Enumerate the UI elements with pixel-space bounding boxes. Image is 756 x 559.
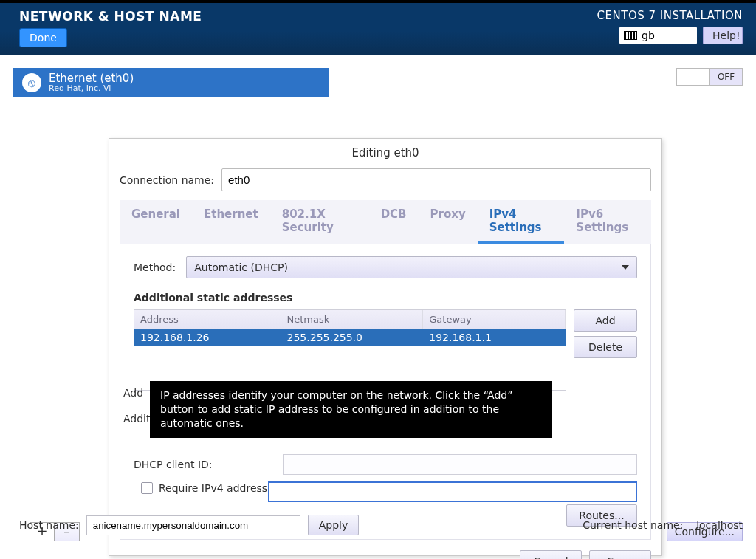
page-title: NETWORK & HOST NAME — [19, 9, 202, 24]
tab-dcb[interactable]: DCB — [369, 200, 419, 244]
keyboard-layout-button[interactable]: gb — [619, 27, 697, 44]
method-value: Automatic (DHCP) — [194, 261, 288, 273]
dns-label-truncated: Add — [123, 387, 143, 399]
keyboard-icon — [624, 31, 637, 40]
col-gateway: Gateway — [423, 310, 566, 329]
done-button[interactable]: Done — [19, 28, 67, 47]
tab-8021x[interactable]: 802.1X Security — [270, 200, 369, 244]
connection-name-label: Connection name: — [120, 174, 214, 186]
tab-ethernet[interactable]: Ethernet — [192, 200, 270, 244]
tab-ipv6[interactable]: IPv6 Settings — [564, 200, 651, 244]
table-row[interactable]: 192.168.1.26 255.255.255.0 192.168.1.1 — [134, 329, 566, 346]
method-label: Method: — [134, 261, 176, 273]
delete-address-button[interactable]: Delete — [574, 336, 637, 358]
dialog-tabs: General Ethernet 802.1X Security DCB Pro… — [120, 200, 651, 244]
interface-toggle[interactable]: OFF — [676, 68, 743, 86]
col-address: Address — [134, 310, 281, 329]
main-area: ⎋ Ethernet (eth0) Red Hat, Inc. Vi OFF +… — [0, 55, 756, 97]
add-address-button[interactable]: Add — [574, 309, 637, 332]
cell-gateway: 192.168.1.1 — [423, 329, 566, 346]
cell-netmask: 255.255.255.0 — [281, 329, 424, 346]
current-hostname-label: Current host name: — [583, 519, 683, 531]
tab-ipv4[interactable]: IPv4 Settings — [478, 200, 565, 244]
require-ipv4-checkbox[interactable] — [141, 482, 153, 494]
toggle-off-label: OFF — [709, 68, 743, 86]
tab-general[interactable]: General — [120, 200, 192, 244]
toggle-on-side — [676, 68, 709, 86]
dns-servers-input[interactable] — [268, 481, 637, 502]
cancel-button[interactable]: Cancel — [520, 550, 582, 559]
static-addresses-heading: Additional static addresses — [134, 292, 637, 303]
connection-name-input[interactable] — [221, 168, 651, 191]
edit-connection-dialog: Editing eth0 Connection name: General Et… — [109, 138, 662, 556]
header-bar: NETWORK & HOST NAME Done CENTOS 7 INSTAL… — [0, 3, 756, 55]
current-hostname-value: localhost — [696, 519, 743, 531]
col-netmask: Netmask — [281, 310, 424, 329]
tooltip: IP addresses identify your computer on t… — [150, 381, 552, 438]
method-select[interactable]: Automatic (DHCP) — [186, 256, 637, 278]
static-address-table[interactable]: Address Netmask Gateway 192.168.1.26 255… — [134, 309, 566, 391]
interface-list-item[interactable]: ⎋ Ethernet (eth0) Red Hat, Inc. Vi — [13, 68, 329, 97]
keyboard-layout-label: gb — [642, 30, 655, 41]
help-button[interactable]: Help! — [703, 27, 743, 44]
apply-hostname-button[interactable]: Apply — [308, 515, 360, 535]
interface-name: Ethernet (eth0) — [49, 72, 134, 85]
interface-vendor: Red Hat, Inc. Vi — [49, 84, 134, 93]
tab-proxy[interactable]: Proxy — [419, 200, 478, 244]
dhcp-client-id-label: DHCP client ID: — [134, 459, 274, 470]
hostname-input[interactable] — [86, 515, 300, 535]
chevron-down-icon — [622, 265, 629, 270]
dialog-title: Editing eth0 — [109, 139, 662, 164]
save-button[interactable]: Save — [589, 550, 651, 559]
ethernet-icon: ⎋ — [22, 73, 41, 92]
cell-address: 192.168.1.26 — [134, 329, 281, 346]
installer-title: CENTOS 7 INSTALLATION — [597, 9, 743, 22]
hostname-label: Host name: — [19, 519, 79, 531]
dhcp-client-id-input[interactable] — [283, 454, 637, 475]
